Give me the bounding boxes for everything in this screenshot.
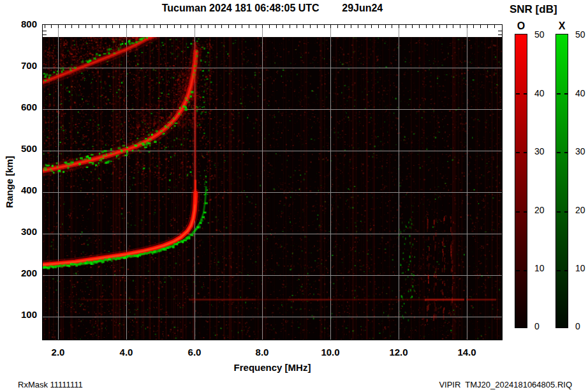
x-tick-label: 2.0: [42, 347, 74, 358]
ionogram-heatmap: [42, 24, 503, 340]
x-scale-label: 50: [575, 29, 588, 40]
x-scale-label: 0: [575, 321, 588, 331]
x-mode-label: X: [555, 20, 568, 32]
colorbar-tick: [557, 270, 568, 271]
y-tick-label: 100: [5, 309, 37, 320]
x-scale-label: 30: [575, 146, 588, 156]
y-tick-label: 600: [5, 102, 37, 112]
x-axis-title: Frequency [MHz]: [42, 362, 503, 373]
colorbar-tick: [557, 93, 568, 94]
colorbar-tick: [516, 270, 527, 271]
colorbar-tick: [557, 152, 568, 153]
o-scale-label: 50: [534, 29, 554, 40]
chart-title: Tucuman 2024 181 06:48:05 UTC 29Jun24: [0, 3, 545, 14]
x-tick-label: 10.0: [314, 347, 346, 358]
y-tick-label: 800: [5, 19, 37, 29]
colorbar-tick: [516, 93, 527, 94]
o-scale-label: 30: [534, 146, 554, 156]
o-mode-colorbar: [515, 34, 527, 328]
colorbar-tick: [516, 152, 527, 153]
o-scale-label: 10: [534, 263, 554, 273]
colorbar-tick: [516, 211, 527, 213]
o-scale-label: 0: [534, 321, 554, 331]
filename-text: VIPIR TMJ20_2024181064805.RIQ: [357, 380, 572, 389]
y-tick-label: 700: [5, 60, 37, 71]
x-scale-label: 40: [575, 88, 588, 98]
o-scale-label: 40: [534, 88, 554, 98]
y-axis-title: Range [km]: [4, 156, 15, 208]
x-tick-label: 14.0: [451, 347, 483, 358]
y-tick-label: 300: [5, 226, 37, 237]
x-scale-label: 10: [575, 263, 588, 273]
x-tick-label: 12.0: [383, 347, 415, 358]
y-tick-label: 200: [5, 268, 37, 278]
o-scale-label: 20: [534, 205, 554, 215]
y-tick-label: 500: [5, 143, 37, 154]
rxmask-text: RxMask 11111111: [18, 380, 83, 389]
o-mode-label: O: [515, 20, 527, 32]
legend-title: SNR [dB]: [510, 3, 557, 16]
x-tick-label: 4.0: [110, 347, 142, 358]
ionogram-page: { "title": "Tucuman 2024 181 06:48:05 UT…: [0, 0, 588, 392]
x-tick-label: 6.0: [179, 347, 210, 358]
colorbar-tick: [557, 211, 568, 213]
x-tick-label: 8.0: [246, 347, 278, 358]
x-mode-colorbar: [555, 34, 568, 328]
x-scale-label: 20: [575, 205, 588, 215]
